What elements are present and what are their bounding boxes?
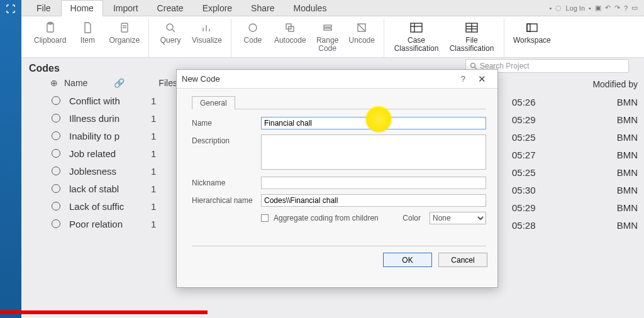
file-icon bbox=[79, 20, 96, 35]
table-row[interactable]: 05:26BMN bbox=[512, 93, 638, 111]
color-select[interactable]: None bbox=[430, 212, 486, 224]
ribbon-workspace[interactable]: Workspace bbox=[511, 19, 553, 57]
cell-by: BMN bbox=[617, 150, 638, 160]
menu-tabs: File Home Import Create Explore Share Mo… bbox=[21, 0, 644, 16]
organize-icon bbox=[116, 20, 133, 35]
ribbon-organize-label: Organize bbox=[109, 36, 140, 45]
table-row[interactable]: 05:29BMN bbox=[512, 199, 638, 216]
ribbon-workspace-label: Workspace bbox=[513, 36, 551, 45]
ribbon-rangecode[interactable]: Range Code bbox=[313, 19, 343, 57]
ribbon-case-classification[interactable]: Case Classification bbox=[391, 19, 442, 57]
window-icon[interactable]: ▭ bbox=[631, 4, 638, 12]
cell-time: 05:29 bbox=[512, 202, 536, 213]
search-icon bbox=[162, 20, 179, 35]
table-row[interactable]: 05:25BMN bbox=[512, 128, 638, 146]
ribbon-rangecode-label: Range Code bbox=[316, 36, 338, 53]
radio-icon bbox=[52, 114, 60, 123]
col-files[interactable]: Files bbox=[158, 78, 177, 88]
table-row[interactable]: 05:27BMN bbox=[512, 146, 638, 163]
cell-by: BMN bbox=[617, 220, 638, 231]
clipboard-icon bbox=[42, 20, 58, 35]
name-input[interactable] bbox=[261, 117, 486, 129]
tab-home[interactable]: Home bbox=[61, 0, 103, 16]
code-name: lack of stabl bbox=[69, 184, 151, 194]
svg-rect-24 bbox=[527, 24, 537, 31]
radio-icon bbox=[52, 149, 60, 158]
nickname-input[interactable] bbox=[261, 177, 486, 189]
dialog-tab-general[interactable]: General bbox=[192, 96, 235, 109]
cell-by: BMN bbox=[617, 167, 638, 178]
cell-time: 05:29 bbox=[512, 114, 536, 125]
ribbon-file-classification[interactable]: File Classification bbox=[446, 19, 497, 57]
cell-time: 05:27 bbox=[512, 150, 536, 160]
cell-time: 05:28 bbox=[512, 220, 536, 231]
tab-explore[interactable]: Explore bbox=[194, 1, 241, 16]
sep-icon: • bbox=[589, 4, 591, 12]
cancel-button[interactable]: Cancel bbox=[438, 253, 487, 267]
dialog-close-icon[interactable]: ✕ bbox=[472, 74, 492, 85]
table-row[interactable]: 05:25BMN bbox=[512, 163, 638, 181]
table-row[interactable]: 05:30BMN bbox=[512, 181, 638, 199]
save-icon[interactable]: ▣ bbox=[595, 4, 601, 12]
radio-icon bbox=[52, 184, 60, 193]
uncode-icon bbox=[353, 20, 370, 35]
redo-icon[interactable]: ↷ bbox=[614, 4, 620, 12]
ribbon-item-label: Item bbox=[80, 36, 95, 45]
tab-create[interactable]: Create bbox=[148, 1, 192, 16]
grid-icon bbox=[408, 20, 425, 35]
tab-share[interactable]: Share bbox=[242, 1, 283, 16]
svg-line-6 bbox=[172, 30, 175, 32]
table-row[interactable]: 05:29BMN bbox=[512, 111, 638, 128]
ribbon-item[interactable]: Item bbox=[72, 19, 103, 57]
new-code-dialog: New Code ? ✕ General Name Description Ni… bbox=[176, 69, 498, 288]
grid2-icon bbox=[464, 20, 480, 35]
aggregate-checkbox[interactable] bbox=[261, 214, 269, 222]
chart-icon bbox=[199, 20, 215, 35]
hierarchical-input bbox=[261, 194, 486, 207]
dialog-help-icon[interactable]: ? bbox=[455, 74, 472, 84]
dialog-titlebar[interactable]: New Code ? ✕ bbox=[177, 70, 497, 89]
aggregate-label: Aggregate coding from children bbox=[274, 214, 379, 222]
code-files: 1 bbox=[151, 219, 176, 229]
radio-icon bbox=[52, 96, 60, 105]
expand-icon bbox=[6, 4, 16, 14]
svg-point-5 bbox=[167, 24, 173, 30]
code-name: Job related bbox=[69, 148, 151, 159]
code-files: 1 bbox=[151, 113, 176, 124]
ribbon-visualize[interactable]: Visualize bbox=[189, 19, 225, 57]
circle-icon bbox=[245, 20, 261, 35]
code-files: 1 bbox=[151, 166, 176, 177]
description-input[interactable] bbox=[261, 134, 486, 170]
cell-by: BMN bbox=[617, 132, 638, 143]
right-columns: Modified by 05:26BMN 05:29BMN 05:25BMN 0… bbox=[512, 79, 638, 234]
cell-time: 05:25 bbox=[512, 167, 536, 178]
ribbon-organize[interactable]: Organize bbox=[106, 19, 142, 57]
user-icon: ◌ bbox=[555, 4, 562, 12]
undo-icon[interactable]: ↶ bbox=[605, 4, 611, 12]
cell-by: BMN bbox=[617, 97, 638, 107]
dialog-title: New Code bbox=[182, 74, 220, 84]
dot-icon: • bbox=[550, 4, 552, 12]
code-name: Joblesness bbox=[69, 166, 151, 177]
add-code-icon[interactable]: ⊕ bbox=[50, 78, 58, 88]
ok-button[interactable]: OK bbox=[383, 253, 432, 267]
help-icon[interactable]: ? bbox=[624, 4, 628, 12]
radio-icon bbox=[52, 131, 60, 140]
tab-file[interactable]: File bbox=[28, 1, 60, 16]
ribbon-uncode-label: Uncode bbox=[349, 36, 375, 45]
ribbon-clipboard[interactable]: Clipboard bbox=[31, 19, 69, 57]
ribbon-code[interactable]: Code bbox=[238, 19, 268, 57]
ribbon-query[interactable]: Query bbox=[155, 19, 186, 57]
table-row[interactable]: 05:28BMN bbox=[512, 216, 638, 234]
ribbon-uncode[interactable]: Uncode bbox=[347, 19, 377, 57]
col-modifiedby[interactable]: Modified by bbox=[592, 79, 638, 89]
col-name[interactable]: Name bbox=[64, 78, 87, 88]
cell-by: BMN bbox=[617, 202, 638, 213]
ribbon: Clipboard Item Organize Query bbox=[21, 16, 644, 58]
code-name: Poor relation bbox=[69, 219, 151, 229]
tab-import[interactable]: Import bbox=[104, 1, 147, 16]
login-link[interactable]: Log In bbox=[565, 4, 585, 12]
tab-modules[interactable]: Modules bbox=[284, 1, 335, 16]
ribbon-autocode[interactable]: Autocode bbox=[272, 19, 309, 57]
titlebar-right: • ◌ Log In • ▣ ↶ ↷ ? ▭ bbox=[550, 4, 644, 12]
